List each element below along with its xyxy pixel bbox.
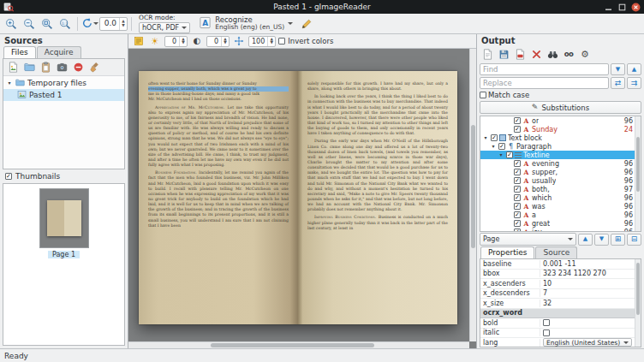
tree-item-pasted-1[interactable]: Pasted 1: [3, 89, 124, 101]
zoom-in-button[interactable]: [3, 15, 20, 33]
visibility-checkbox[interactable]: [514, 203, 521, 210]
hocr-word-row[interactable]: ASunday24: [480, 125, 635, 134]
property-value[interactable]: [540, 329, 635, 336]
hocr-node-row[interactable]: Text block: [480, 134, 635, 142]
scrollbar-thumb[interactable]: [636, 263, 640, 315]
visibility-checkbox[interactable]: [514, 211, 521, 218]
open-button[interactable]: [480, 47, 495, 62]
hocr-node-row[interactable]: Textline: [480, 151, 635, 159]
visibility-checkbox[interactable]: [514, 160, 521, 167]
expander-icon[interactable]: [6, 80, 13, 86]
find-replace-button[interactable]: [545, 47, 560, 62]
find-input[interactable]: [480, 63, 609, 75]
scrollbar-thumb[interactable]: [636, 137, 640, 192]
canvas-vertical-scrollbar[interactable]: [469, 49, 476, 341]
visibility-checkbox[interactable]: [514, 220, 521, 227]
bold-checkbox[interactable]: [543, 319, 550, 326]
resolution-spinbox[interactable]: 100 ▲▼: [248, 36, 276, 47]
tab-source[interactable]: Source: [535, 246, 577, 258]
hocr-word-row[interactable]: Aa96: [480, 211, 635, 219]
substitutions-button[interactable]: oo: [561, 47, 576, 62]
visibility-checkbox[interactable]: [514, 194, 521, 201]
close-button[interactable]: [631, 3, 641, 12]
next-item-button[interactable]: ▼: [594, 234, 609, 246]
image-canvas[interactable]: often went to their home for Sunday dinn…: [128, 49, 476, 348]
zoom-original-button[interactable]: 1:1: [57, 15, 74, 33]
zoom-fit-button[interactable]: [39, 15, 56, 33]
export-pdf-button[interactable]: [512, 47, 528, 62]
contrast-value[interactable]: 0: [207, 37, 221, 46]
property-value[interactable]: 0.001 -11: [540, 260, 635, 268]
find-next-button[interactable]: ▼: [611, 63, 625, 75]
visibility-checkbox[interactable]: [514, 117, 521, 124]
previous-item-button[interactable]: ▲: [578, 234, 593, 246]
recognize-button[interactable]: A Recognize English (eng) (en_US): [194, 15, 297, 33]
brightness-spinbox[interactable]: 0 ▲▼: [164, 36, 188, 47]
rotation-value[interactable]: 0.0: [100, 18, 119, 30]
hocr-word-row[interactable]: Aboth,97: [480, 185, 635, 193]
minimize-button[interactable]: [604, 3, 613, 12]
hocr-word-row[interactable]: Awhich96: [480, 193, 635, 202]
clear-sources-button[interactable]: [86, 60, 102, 74]
contrast-spinbox[interactable]: 0 ▲▼: [206, 36, 230, 47]
scrollbar-thumb[interactable]: [471, 125, 475, 248]
tree-node-temporary-files[interactable]: Temporary files: [3, 77, 124, 89]
property-value[interactable]: [540, 319, 635, 326]
hocr-word-row[interactable]: Aevening96: [480, 159, 635, 168]
hocr-word-row[interactable]: Aor96: [480, 116, 635, 125]
brightness-value[interactable]: 0: [165, 37, 179, 46]
save-button[interactable]: [496, 47, 511, 62]
visibility-checkbox[interactable]: [514, 169, 521, 175]
expander-icon[interactable]: [490, 144, 497, 149]
replace-input[interactable]: [480, 77, 609, 89]
hocr-word-row[interactable]: Agreat96: [480, 219, 635, 228]
resolution-value[interactable]: 100: [249, 37, 267, 46]
zoom-out-button[interactable]: [21, 15, 38, 33]
visibility-checkbox[interactable]: [514, 177, 521, 184]
add-images-button[interactable]: [5, 60, 21, 74]
hocr-node-row[interactable]: ¶Paragraph: [480, 142, 635, 151]
scrollbar-thumb[interactable]: [211, 343, 374, 347]
sources-file-tree[interactable]: Temporary files Pasted 1: [3, 76, 124, 169]
tab-properties[interactable]: Properties: [480, 246, 534, 258]
expand-all-button[interactable]: ⊞: [611, 234, 625, 246]
visibility-checkbox[interactable]: [514, 126, 521, 133]
property-value[interactable]: 7: [540, 289, 635, 297]
visibility-checkbox[interactable]: [498, 143, 505, 150]
italic-checkbox[interactable]: [543, 329, 550, 336]
screenshot-button[interactable]: [54, 60, 69, 74]
property-value[interactable]: English (United States): [540, 338, 635, 347]
recognize-dropdown-arrow[interactable]: [288, 22, 293, 25]
tab-files[interactable]: Files: [3, 46, 36, 58]
hocr-word-row[interactable]: Asupper,96: [480, 168, 635, 176]
rotate-dropdown-arrow[interactable]: [93, 22, 98, 25]
hocr-word-row[interactable]: Ajoy96: [480, 228, 635, 232]
invert-colors-checkbox[interactable]: [278, 38, 285, 45]
tree-scrollbar[interactable]: [635, 116, 641, 231]
visibility-checkbox[interactable]: [491, 134, 498, 141]
highlight-pen-button[interactable]: [298, 15, 315, 33]
expander-icon[interactable]: [482, 135, 489, 140]
paste-button[interactable]: [38, 60, 53, 74]
property-value[interactable]: 10: [540, 280, 635, 288]
match-case-checkbox[interactable]: [480, 92, 486, 98]
find-previous-button[interactable]: ▲: [627, 63, 641, 75]
expander-icon[interactable]: [498, 152, 504, 157]
replace-button[interactable]: ⇄: [611, 77, 625, 89]
lang-combo[interactable]: English (United States): [543, 338, 632, 347]
settings-button[interactable]: ⚙: [577, 47, 593, 62]
visibility-checkbox[interactable]: [506, 151, 513, 158]
rotation-spinbox[interactable]: 0.0 ▲▼: [99, 17, 128, 31]
hocr-word-row[interactable]: Awas96: [480, 202, 635, 211]
hocr-word-row[interactable]: Ausually96: [480, 176, 635, 185]
properties-scrollbar[interactable]: [635, 259, 641, 347]
property-value[interactable]: 32: [540, 300, 635, 307]
substitutions-button[interactable]: ✎ Substitutions: [480, 101, 641, 114]
replace-all-button[interactable]: ⇉: [627, 77, 641, 89]
tab-acquire[interactable]: Acquire: [37, 46, 81, 58]
page-combo[interactable]: Page: [480, 233, 576, 246]
visibility-checkbox[interactable]: [514, 228, 521, 232]
add-folder-button[interactable]: [21, 60, 37, 74]
visibility-checkbox[interactable]: [514, 186, 521, 193]
page-thumbnail[interactable]: [39, 188, 89, 248]
